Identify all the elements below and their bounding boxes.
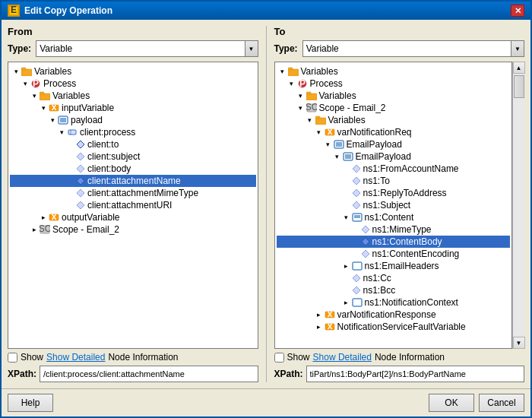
from-toggle-payload[interactable]: ▾ — [48, 116, 57, 125]
from-label-scope-email: Scope - Email_2 — [52, 224, 119, 235]
from-toggle-variables[interactable]: ▾ — [11, 67, 21, 76]
to-label-process: Process — [310, 78, 343, 89]
svg-marker-47 — [353, 165, 360, 173]
svg-marker-20 — [77, 177, 84, 185]
from-toggle-variables2[interactable]: ▾ — [30, 91, 39, 100]
to-label-ns1-to: ns1:To — [363, 176, 390, 186]
cancel-button[interactable]: Cancel — [479, 394, 524, 412]
svg-rect-57 — [353, 262, 362, 270]
to-tree-item-ns1-to[interactable]: ns1:To — [277, 175, 511, 187]
action-buttons: OK Cancel — [429, 394, 524, 412]
to-tree-item-svariables[interactable]: ▾ Variables — [277, 114, 511, 126]
from-label-client-body: client:body — [87, 163, 131, 174]
from-node-info-label: Node Information — [108, 352, 178, 363]
to-tree-item-ns1-subject[interactable]: ns1:Subject — [277, 199, 511, 211]
from-tree-item-client-to[interactable]: client:to — [10, 138, 256, 150]
to-tree-scroll[interactable]: ▾ Variables ▾ P Process — [274, 62, 513, 349]
to-tree-item-varnotif[interactable]: ▾ x varNotificationReq — [277, 126, 511, 138]
to-tree-item-ns1-bcc[interactable]: ns1:Bcc — [277, 284, 511, 296]
to-tree-item-notifservicefault[interactable]: ▸ x NotificationServiceFaultVariable — [277, 321, 511, 333]
from-tree-item-client-body[interactable]: client:body — [10, 163, 256, 175]
to-scrollbar[interactable]: ▲ ▼ — [512, 62, 524, 349]
to-tree-item-ns1-contentbody[interactable]: ns1:ContentBody — [277, 236, 511, 248]
from-tree-item-outputvar[interactable]: ▸ x outputVariable — [10, 211, 256, 223]
from-tree-item-inputvar[interactable]: ▾ x inputVariable — [10, 102, 256, 114]
to-tree-item-scope[interactable]: ▾ SC Scope - Email_2 — [277, 102, 511, 114]
to-tree-item-ns1-mimetype[interactable]: ns1:MimeType — [277, 223, 511, 236]
from-type-row: Type: Variable Expression Literal ▼ — [8, 40, 258, 57]
from-toggle-process[interactable]: ▾ — [21, 79, 30, 88]
to-xpath-input[interactable] — [306, 366, 524, 382]
to-diamond-icon-mimetype — [361, 225, 370, 234]
svg-marker-22 — [77, 201, 84, 209]
to-show-detailed-link[interactable]: Show Detailed — [313, 352, 372, 363]
to-diamond-icon-cc — [352, 274, 361, 283]
from-tree-item-client-subject[interactable]: client:subject — [10, 150, 256, 163]
from-tree-item-payload[interactable]: ▾ payload — [10, 114, 256, 126]
from-label-client-process: client:process — [80, 127, 135, 138]
to-xvar-icon-varnotif: x — [325, 128, 335, 137]
to-label-ns1-emailheaders: ns1:EmailHeaders — [365, 261, 439, 271]
to-label-ns1-mimetype: ns1:MimeType — [372, 224, 432, 235]
from-xpath-row: XPath: — [8, 366, 258, 382]
from-diamond-icon-mime — [76, 188, 85, 198]
from-tree-item-attachment-uri[interactable]: client:attachmentURI — [10, 199, 256, 211]
from-tree-item-client-process[interactable]: ▾ client:process — [10, 126, 256, 138]
from-field-icon-payload — [58, 116, 68, 125]
from-toggle-outputvar[interactable]: ▸ — [39, 213, 48, 222]
svg-rect-28 — [288, 68, 293, 70]
from-xpath-input[interactable] — [40, 366, 258, 382]
svg-rect-31 — [306, 93, 317, 100]
to-diamond-icon-ns1to — [352, 176, 361, 185]
from-tree-item-variables[interactable]: ▾ Variables — [10, 65, 256, 78]
help-button[interactable]: Help — [8, 394, 53, 412]
from-tree-item-scope-email[interactable]: ▸ SC Scope - Email_2 — [10, 223, 256, 236]
from-toggle-inputvar[interactable]: ▾ — [39, 103, 48, 112]
to-type-select[interactable]: Variable Expression Literal — [302, 40, 524, 57]
to-tree-item-ns1-from[interactable]: ns1:FromAccountName — [277, 163, 511, 175]
from-label-variables: Variables — [34, 66, 71, 77]
to-tree-item-ns1-replyto[interactable]: ns1:ReplyToAddress — [277, 187, 511, 199]
from-type-select-wrapper[interactable]: Variable Expression Literal ▼ — [36, 40, 258, 57]
to-type-select-wrapper[interactable]: Variable Expression Literal ▼ — [302, 40, 524, 57]
to-scroll-up[interactable]: ▲ — [513, 62, 525, 74]
ok-button[interactable]: OK — [429, 394, 474, 412]
from-tree-scroll[interactable]: ▾ Variables ▾ P Process — [8, 62, 258, 349]
to-scroll-thumb[interactable] — [514, 75, 524, 98]
svg-marker-59 — [353, 287, 360, 294]
to-folder-icon-svariables — [315, 116, 326, 125]
to-tree-item-ns1-notifcontext[interactable]: ▸ ns1:NotificationContext — [277, 296, 511, 309]
to-show-detailed-checkbox[interactable] — [274, 353, 284, 363]
to-label-scope: Scope - Email_2 — [319, 103, 386, 113]
from-toggle-client-process[interactable]: ▾ — [57, 128, 66, 137]
from-tree-item-process[interactable]: ▾ P Process — [10, 78, 256, 90]
to-tree-item-ns1-content[interactable]: ▾ ns1:Content — [277, 211, 511, 223]
to-tree-item-ns1-emailheaders[interactable]: ▸ ns1:EmailHeaders — [277, 260, 511, 272]
to-scope-icon: SC — [306, 103, 317, 112]
main-content: From Type: Variable Expression Literal ▼ — [2, 20, 530, 388]
to-tree-item-ns1-contentencoding[interactable]: ns1:ContentEncoding — [277, 248, 511, 260]
to-tree-item-emailpayload1[interactable]: ▾ EmailPayload — [277, 138, 511, 150]
from-tree-item-attachment-name[interactable]: client:attachmentName — [10, 175, 256, 187]
from-tree-item-mime-type[interactable]: client:attachmentMimeType — [10, 187, 256, 199]
svg-marker-54 — [362, 226, 369, 233]
to-label-varnotif: varNotificationReq — [337, 127, 412, 138]
to-tree-item-pvariables[interactable]: ▾ Variables — [277, 90, 511, 102]
close-button[interactable]: ✕ — [511, 5, 524, 17]
to-tree-item-variables[interactable]: ▾ Variables — [277, 65, 511, 78]
from-show-detailed-checkbox[interactable] — [8, 353, 17, 363]
to-tree-item-emailpayload2[interactable]: ▾ EmailPayload — [277, 150, 511, 163]
svg-text:E: E — [11, 5, 17, 15]
svg-marker-18 — [77, 153, 84, 160]
from-show-detailed-link[interactable]: Show Detailed — [46, 352, 105, 363]
to-scroll-down[interactable]: ▼ — [513, 337, 525, 349]
to-tree-item-process[interactable]: ▾ P Process — [277, 78, 511, 90]
to-tree-item-varnotifresponse[interactable]: ▸ x varNotificationResponse — [277, 309, 511, 321]
from-spacer-uri — [66, 201, 75, 210]
to-show-label: Show — [287, 352, 310, 363]
from-toggle-scope[interactable]: ▸ — [30, 225, 39, 234]
from-tree-item-variables2[interactable]: ▾ Variables — [10, 90, 256, 102]
from-type-select[interactable]: Variable Expression Literal — [36, 40, 258, 57]
from-label-variables2: Variables — [52, 90, 90, 101]
to-tree-item-ns1-cc[interactable]: ns1:Cc — [277, 272, 511, 284]
